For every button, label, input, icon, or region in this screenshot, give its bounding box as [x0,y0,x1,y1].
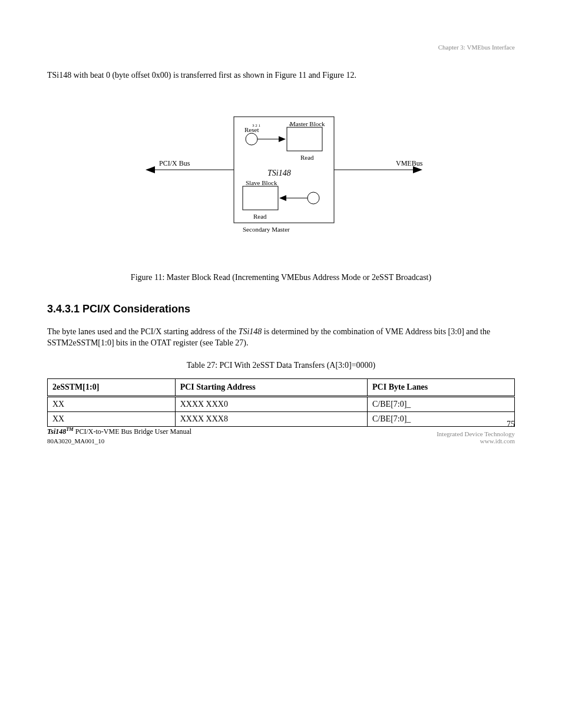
svg-point-10 [308,192,319,204]
slave-read-label: Read [253,213,267,220]
section-body: The byte lanes used and the PCI/X starti… [47,326,515,349]
footer-right: 75 Integrated Device Technology www.idt.… [437,420,515,444]
table-row: XX XXXX XXX0 C/BE[7:0]_ [48,396,515,411]
svg-point-5 [246,133,257,145]
vmebus-label: VMEBus [396,159,423,167]
secondary-master-label: Secondary Master [243,226,290,233]
intro-paragraph: TSi148 with beat 0 (byte offset 0x00) is… [47,70,515,81]
section-heading: 3.4.3.1 PCI/X Considerations [47,303,515,315]
header-chapter: Chapter 3: VMEbus Interface [438,44,515,51]
svg-rect-8 [287,127,322,151]
table-header-0: 2eSSTM[1:0] [48,378,176,396]
tsi148-label: TSi148 [267,169,291,177]
footer-left: Tsi148TM PCI/X-to-VME Bus Bridge User Ma… [47,427,191,444]
master-read-label: Read [300,154,314,161]
master-block-label: Master Block [290,120,325,127]
svg-rect-9 [243,186,278,210]
slave-block-label: Slave Block [246,179,277,186]
svg-text:0: 0 [289,123,292,127]
table-caption: Table 27: PCI With 2eSST Data Transfers … [47,361,515,370]
table-header-2: PCI Byte Lanes [368,378,515,396]
table-header-1: PCI Starting Address [175,378,367,396]
svg-text:3  2  1: 3 2 1 [252,123,261,128]
pci-bus-label: PCI/X Bus [159,159,190,167]
svg-marker-2 [146,166,155,173]
svg-marker-12 [279,195,286,201]
figure-11: PCI/X Bus VMEBus Reset Master Block Read… [47,99,515,264]
figure-caption: Figure 11: Master Block Read (Incrementi… [47,273,515,282]
svg-marker-7 [279,136,286,142]
